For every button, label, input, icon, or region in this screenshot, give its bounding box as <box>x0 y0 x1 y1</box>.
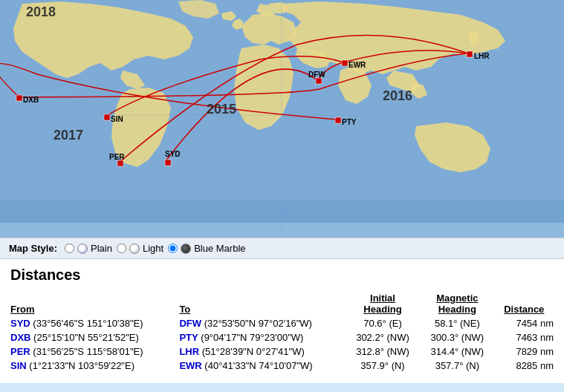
col-header-initial-heading: Initial Heading <box>346 291 420 316</box>
initial-heading-cell: 312.8° (NW) <box>346 344 420 359</box>
svg-text:EWR: EWR <box>349 61 366 69</box>
distance-cell: 7454 nm <box>495 316 554 330</box>
magnetic-heading-cell: 58.1° (NE) <box>420 316 494 330</box>
from-coords: (31°56'25"S 115°58'01"E) <box>33 346 143 357</box>
style-light-option[interactable]: Light <box>117 243 163 254</box>
svg-rect-8 <box>316 78 322 84</box>
to-cell: PTY (9°04'17"N 79°23'00"W) <box>175 330 345 344</box>
from-cell: DXB (25°15'10"N 55°21'52"E) <box>10 330 175 344</box>
style-plain-option[interactable]: Plain <box>65 243 112 254</box>
distance-cell: 8285 nm <box>495 359 554 373</box>
style-bluemarble-option[interactable]: Blue Marble <box>168 243 245 254</box>
svg-text:DFW: DFW <box>308 71 325 79</box>
style-plain-label: Plain <box>91 243 112 254</box>
from-coords: (1°21'33"N 103°59'22"E) <box>29 360 134 371</box>
from-cell: PER (31°56'25"S 115°58'01"E) <box>10 344 175 359</box>
svg-rect-10 <box>335 117 341 123</box>
globe-plain-icon <box>77 244 88 254</box>
svg-rect-24 <box>0 200 564 238</box>
svg-rect-4 <box>467 51 473 57</box>
col-header-to: To <box>175 291 345 316</box>
svg-text:DXB: DXB <box>23 96 39 104</box>
distances-title: Distances <box>10 267 554 284</box>
distance-cell: 7463 nm <box>495 330 554 344</box>
controls-bar: Map Style: Plain Light Blue Marble <box>0 238 564 259</box>
svg-text:PER: PER <box>109 153 125 161</box>
svg-text:2017: 2017 <box>54 128 83 143</box>
to-coords: (51°28'39"N 0°27'41"W) <box>202 346 305 357</box>
to-airport-link[interactable]: EWR <box>179 360 201 371</box>
svg-rect-6 <box>342 60 348 66</box>
style-bluemarble-label: Blue Marble <box>194 243 245 254</box>
svg-text:2016: 2016 <box>383 88 412 103</box>
globe-light-icon <box>129 244 140 254</box>
globe-dark-icon <box>181 244 191 254</box>
svg-text:2015: 2015 <box>207 102 236 117</box>
distances-table: From To Initial Heading Magnetic Heading… <box>10 291 554 373</box>
to-cell: DFW (32°53'50"N 97°02'16"W) <box>175 316 345 330</box>
from-airport-link[interactable]: PER <box>10 346 30 357</box>
to-airport-link[interactable]: DFW <box>179 318 201 329</box>
from-coords: (33°56'46"S 151°10'38"E) <box>33 318 143 329</box>
svg-rect-18 <box>165 160 171 166</box>
table-row: DXB (25°15'10"N 55°21'52"E) PTY (9°04'17… <box>10 330 554 344</box>
svg-text:PTY: PTY <box>342 118 357 126</box>
initial-heading-cell: 302.2° (NW) <box>346 330 420 344</box>
from-airport-link[interactable]: SIN <box>10 360 27 371</box>
magnetic-heading-cell: 300.3° (NW) <box>420 330 494 344</box>
table-row: PER (31°56'25"S 115°58'01"E) LHR (51°28'… <box>10 344 554 359</box>
initial-heading-cell: 357.9° (N) <box>346 359 420 373</box>
initial-heading-cell: 70.6° (E) <box>346 316 420 330</box>
from-coords: (25°15'10"N 55°21'52"E) <box>33 332 139 343</box>
svg-text:2018: 2018 <box>26 4 56 19</box>
svg-text:SYD: SYD <box>165 150 181 158</box>
to-cell: EWR (40°41'33"N 74°10'07"W) <box>175 359 345 373</box>
svg-rect-12 <box>104 114 110 120</box>
to-coords: (40°41'33"N 74°10'07"W) <box>204 360 312 371</box>
svg-rect-16 <box>117 160 123 166</box>
world-map: LHR EWR DFW PTY SIN DXB PER SYD 2018 201… <box>0 0 564 238</box>
to-coords: (32°53'50"N 97°02'16"W) <box>204 318 312 329</box>
style-bluemarble-radio[interactable] <box>168 244 178 253</box>
magnetic-heading-cell: 357.7° (N) <box>420 359 494 373</box>
col-header-distance: Distance <box>495 291 554 316</box>
map-style-label: Map Style: <box>9 243 57 254</box>
from-cell: SYD (33°56'46"S 151°10'38"E) <box>10 316 175 330</box>
from-cell: SIN (1°21'33"N 103°59'22"E) <box>10 359 175 373</box>
distances-section: Distances From To Initial Heading Magnet… <box>0 259 564 383</box>
to-airport-link[interactable]: PTY <box>179 332 198 343</box>
table-row: SYD (33°56'46"S 151°10'38"E) DFW (32°53'… <box>10 316 554 330</box>
style-light-label: Light <box>143 243 163 254</box>
to-cell: LHR (51°28'39"N 0°27'41"W) <box>175 344 345 359</box>
to-coords: (9°04'17"N 79°23'00"W) <box>201 332 303 343</box>
svg-text:LHR: LHR <box>474 52 490 60</box>
from-airport-link[interactable]: DXB <box>10 332 30 343</box>
to-airport-link[interactable]: LHR <box>179 346 199 357</box>
svg-text:SIN: SIN <box>111 115 123 123</box>
col-header-magnetic-heading: Magnetic Heading <box>420 291 494 316</box>
style-light-radio[interactable] <box>117 244 126 253</box>
magnetic-heading-cell: 314.4° (NW) <box>420 344 494 359</box>
from-airport-link[interactable]: SYD <box>10 318 30 329</box>
table-row: SIN (1°21'33"N 103°59'22"E) EWR (40°41'3… <box>10 359 554 373</box>
col-header-from: From <box>10 291 175 316</box>
distance-cell: 7829 nm <box>495 344 554 359</box>
svg-rect-14 <box>16 95 22 101</box>
style-plain-radio[interactable] <box>65 244 74 253</box>
